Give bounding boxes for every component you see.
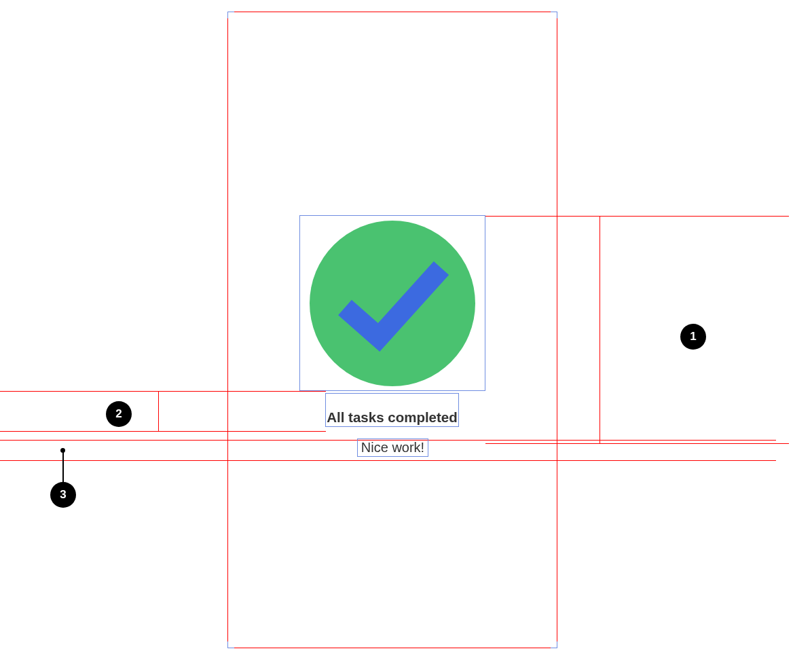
- annotation-3-leader-dot: [60, 448, 65, 453]
- check-circle-icon: [310, 221, 475, 386]
- annotation-badge-3[interactable]: 3: [50, 482, 76, 508]
- corner-bl-icon: [227, 641, 234, 648]
- corner-tl-icon: [227, 12, 234, 18]
- badge-3-label: 3: [60, 488, 66, 502]
- subtitle-frame: Nice work!: [357, 438, 428, 457]
- subtitle-text: Nice work!: [361, 440, 424, 455]
- title-frame: All tasks completed: [325, 393, 459, 427]
- badge-2-label: 2: [115, 407, 122, 421]
- success-icon-frame: [299, 215, 485, 391]
- annotation-badge-2[interactable]: 2: [106, 401, 132, 427]
- corner-br-icon: [551, 641, 557, 648]
- annotation-3-leader-line: [62, 451, 64, 484]
- badge-1-label: 1: [690, 330, 696, 343]
- checkmark-icon: [331, 248, 454, 359]
- annotation-badge-1[interactable]: 1: [680, 324, 706, 350]
- corner-tr-icon: [551, 12, 557, 18]
- title-text: All tasks completed: [327, 409, 458, 426]
- annotation-2-region-inner: [0, 391, 159, 432]
